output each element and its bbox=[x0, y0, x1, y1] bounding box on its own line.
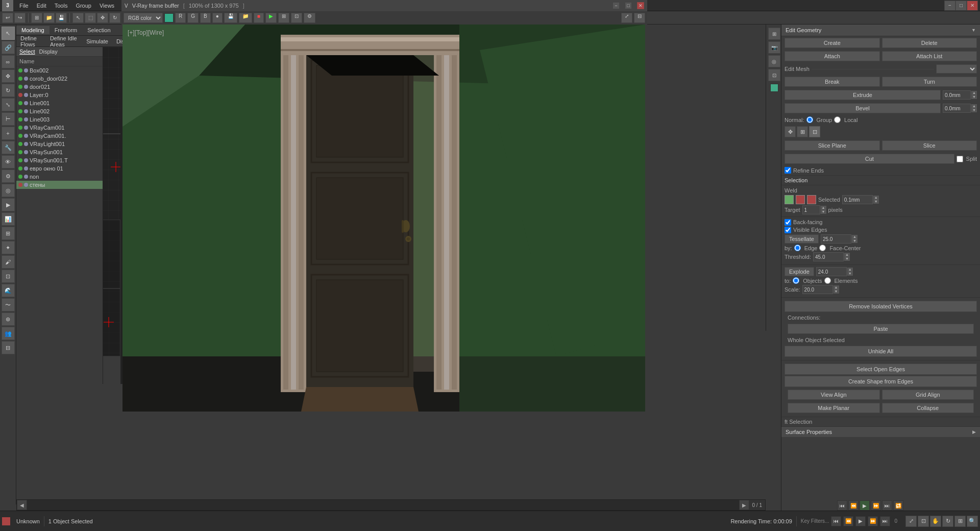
vray-region-btn[interactable]: ⊞ bbox=[278, 13, 289, 23]
collapse-btn[interactable]: Collapse bbox=[882, 403, 974, 413]
tessellate-btn[interactable]: Tessellate bbox=[785, 234, 819, 244]
tree-item-vraysun001[interactable]: VRaySun001 bbox=[16, 148, 103, 156]
vray-render-btn[interactable]: ▶ bbox=[265, 13, 277, 23]
rotate-btn[interactable]: ↻ bbox=[109, 13, 120, 23]
tessellate-up[interactable]: ▲ bbox=[852, 235, 857, 239]
tessellate-input[interactable] bbox=[821, 234, 851, 244]
bevel-down[interactable]: ▼ bbox=[971, 108, 977, 112]
extra-tool[interactable]: ⊟ bbox=[2, 341, 15, 354]
kf-play-btn[interactable]: ▶ bbox=[855, 516, 866, 526]
extrude-up[interactable]: ▲ bbox=[971, 91, 977, 95]
grid-icon-btn[interactable]: ⊡ bbox=[809, 126, 820, 137]
view-align-btn[interactable]: View Align bbox=[788, 390, 880, 400]
submode-simulate[interactable]: Simulate bbox=[82, 37, 112, 45]
scale-down[interactable]: ▼ bbox=[834, 289, 839, 294]
tessellate-down[interactable]: ▼ bbox=[852, 239, 857, 243]
tree-item-box002[interactable]: Box002 bbox=[16, 66, 103, 75]
tree-item-door021[interactable]: door021 bbox=[16, 83, 103, 91]
paint-tool[interactable]: 🖌 bbox=[2, 255, 15, 269]
weld-target-down[interactable]: ▼ bbox=[821, 210, 826, 214]
tree-item-layer0[interactable]: Layer:0 bbox=[16, 91, 103, 99]
mini-icon-1[interactable]: ⊞ bbox=[768, 28, 780, 40]
pb-play-btn[interactable]: ▶ bbox=[860, 500, 870, 511]
move-tool[interactable]: ✥ bbox=[2, 69, 15, 83]
cloth-tool[interactable]: ⊛ bbox=[2, 312, 15, 326]
bevel-up[interactable]: ▲ bbox=[971, 104, 977, 108]
align-icon-btn[interactable]: ⊞ bbox=[797, 126, 808, 137]
particle-tool[interactable]: ✦ bbox=[2, 241, 15, 254]
weld-selected-input[interactable] bbox=[842, 195, 873, 204]
mini-icon-4[interactable]: ⊡ bbox=[768, 69, 780, 81]
menu-views[interactable]: Views bbox=[95, 2, 118, 10]
menu-group[interactable]: Group bbox=[71, 2, 95, 10]
weld-selected-up[interactable]: ▲ bbox=[873, 196, 879, 200]
save-btn[interactable]: 💾 bbox=[56, 13, 67, 23]
move-icon-btn[interactable]: ✥ bbox=[785, 126, 796, 137]
dynamics-tool[interactable]: ⊡ bbox=[2, 270, 15, 283]
move-btn[interactable]: ✥ bbox=[97, 13, 108, 23]
modify-tool[interactable]: 🔧 bbox=[2, 141, 15, 154]
track-tool[interactable]: ⊞ bbox=[2, 227, 15, 240]
select-open-edges-btn[interactable]: Select Open Edges bbox=[785, 364, 977, 375]
timeline-prev-btn[interactable]: ◀ bbox=[17, 500, 27, 510]
backfacing-check[interactable] bbox=[785, 219, 791, 226]
to-objects-radio[interactable] bbox=[793, 277, 799, 284]
create-btn[interactable]: Create bbox=[785, 38, 880, 48]
make-planar-btn[interactable]: Make Planar bbox=[788, 403, 880, 413]
extrude-input[interactable] bbox=[943, 90, 971, 100]
redo-btn[interactable]: ↪ bbox=[14, 13, 26, 23]
main-3d-viewport[interactable]: [+][Top][Wire] bbox=[122, 25, 645, 412]
grid-align-btn[interactable]: Grid Align bbox=[882, 390, 974, 400]
vray-maximize-btn[interactable]: □ bbox=[625, 2, 632, 9]
tree-item-non[interactable]: non bbox=[16, 173, 103, 181]
tree-item-line002[interactable]: Line002 bbox=[16, 107, 103, 115]
mini-icon-3[interactable]: ◎ bbox=[768, 55, 780, 67]
vray-circle-btn[interactable]: ● bbox=[212, 13, 223, 23]
weld-target-input[interactable] bbox=[802, 205, 820, 214]
pb-next-btn[interactable]: ⏩ bbox=[871, 500, 881, 511]
kf-start-btn[interactable]: ⏮ bbox=[831, 516, 841, 526]
vray-save-btn[interactable]: 💾 bbox=[224, 13, 237, 23]
mode-selection[interactable]: Selection bbox=[82, 26, 115, 34]
pb-prev-btn[interactable]: ⏪ bbox=[848, 500, 859, 511]
vray-close-btn[interactable]: ✕ bbox=[637, 2, 644, 9]
display-tool[interactable]: 👁 bbox=[2, 155, 15, 168]
bevel-input[interactable] bbox=[943, 104, 971, 113]
arc-rotate-btn[interactable]: ↻ bbox=[942, 516, 953, 527]
link-tool[interactable]: 🔗 bbox=[2, 41, 15, 54]
kf-end-btn[interactable]: ⏭ bbox=[880, 516, 890, 526]
slice-btn[interactable]: Slice bbox=[882, 140, 977, 151]
by-edge-radio[interactable] bbox=[794, 245, 801, 251]
scale-tool[interactable]: ⤡ bbox=[2, 98, 15, 111]
visible-edges-check[interactable] bbox=[785, 227, 791, 233]
vray-zoom100-btn[interactable]: ⊟ bbox=[634, 13, 645, 23]
extrude-down[interactable]: ▼ bbox=[971, 95, 977, 99]
reactor-tool[interactable]: ◎ bbox=[2, 184, 15, 197]
timeline-track[interactable] bbox=[27, 500, 739, 510]
vray-stop-btn[interactable]: ■ bbox=[254, 13, 264, 23]
scale-input[interactable] bbox=[802, 285, 833, 294]
weld-selected-red-btn2[interactable] bbox=[807, 195, 816, 204]
tree-item-line003[interactable]: Line003 bbox=[16, 115, 103, 124]
tree-item-vraylight001[interactable]: VRayLight001 bbox=[16, 140, 103, 148]
pb-loop-btn[interactable]: 🔁 bbox=[893, 500, 903, 511]
hierarchy-tool[interactable]: ⊢ bbox=[2, 112, 15, 126]
threshold-down[interactable]: ▼ bbox=[844, 257, 850, 261]
pan-btn[interactable]: ✋ bbox=[930, 516, 941, 527]
zoom-btn[interactable]: 🔍 bbox=[967, 516, 978, 527]
menu-file[interactable]: File bbox=[15, 2, 33, 10]
pb-end-btn[interactable]: ⏭ bbox=[882, 500, 892, 511]
delete-btn[interactable]: Delete bbox=[882, 38, 977, 48]
menu-edit[interactable]: Edit bbox=[33, 2, 51, 10]
tree-display-tab[interactable]: Display bbox=[39, 49, 58, 55]
create-tool[interactable]: + bbox=[2, 127, 15, 140]
undo-btn[interactable]: ↩ bbox=[2, 13, 13, 23]
close-btn[interactable]: ✕ bbox=[967, 1, 978, 11]
attach-list-btn[interactable]: Attach List bbox=[882, 51, 977, 61]
create-shape-btn[interactable]: Create Shape from Edges bbox=[785, 376, 977, 387]
animation-tool[interactable]: ▶ bbox=[2, 198, 15, 211]
break-btn[interactable]: Break bbox=[785, 77, 880, 87]
scale-up[interactable]: ▲ bbox=[834, 285, 839, 289]
refine-ends-check[interactable] bbox=[785, 167, 791, 174]
hair-tool[interactable]: 〜 bbox=[2, 298, 15, 311]
